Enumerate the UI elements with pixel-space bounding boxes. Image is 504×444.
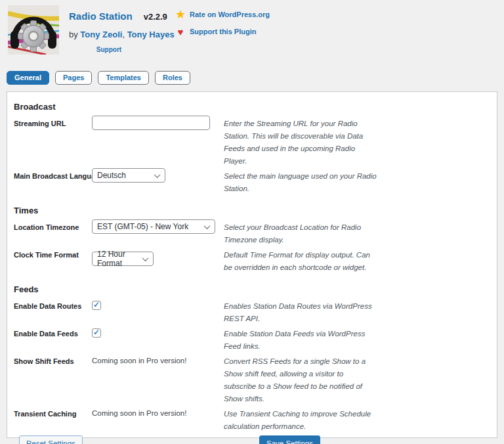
setting-row-show-shift-feeds: Show Shift Feeds Coming soon in Pro vers… (12, 355, 492, 405)
transient-caching-label: Transient Caching (14, 408, 92, 419)
section-feeds: Feeds Enable Data Routes ✓ Enables Stati… (12, 277, 492, 435)
tab-roles[interactable]: Roles (155, 71, 190, 85)
show-shift-feeds-label: Show Shift Feeds (14, 355, 92, 366)
setting-row-broadcast-language: Main Broadcast Language Deutsch Select t… (12, 170, 492, 195)
show-shift-feeds-status: Coming soon in Pro version! (92, 355, 224, 365)
header-links: ★ Rate on WordPress.org ♥ Support this P… (173, 8, 270, 42)
enable-data-feeds-checkbox[interactable]: ✓ (92, 328, 101, 338)
support-link[interactable]: Support (69, 46, 149, 53)
byline: by Tony Zeoli, Tony Hayes (69, 30, 150, 39)
clock-time-format-label: Clock Time Format (14, 249, 92, 260)
rate-link-row: ★ Rate on WordPress.org (173, 8, 270, 21)
author-separator: , (122, 30, 127, 39)
plugin-header: Radio Stationv2.2.9 by Tony Zeoli, Tony … (0, 0, 504, 66)
tab-general[interactable]: General (7, 71, 49, 85)
radio-station-logo-art (8, 5, 59, 55)
enable-data-routes-label: Enable Data Routes (14, 300, 92, 311)
author-link-tony-zeoli[interactable]: Tony Zeoli (80, 30, 122, 39)
broadcast-language-select[interactable]: Deutsch (92, 168, 165, 183)
setting-row-location-timezone: Location Timezone EST (GMT-05) - New Yor… (12, 221, 492, 246)
transient-caching-description: Use Transient Caching to improve Schedul… (224, 408, 377, 433)
enable-data-routes-checkbox[interactable]: ✓ (92, 301, 101, 310)
enable-data-feeds-label: Enable Data Feeds (14, 328, 92, 339)
section-title-times: Times (14, 206, 490, 215)
clock-time-format-description: Default Time Format for display output. … (224, 249, 377, 274)
author-link-tony-hayes[interactable]: Tony Hayes (127, 30, 175, 39)
plugin-title-link[interactable]: Radio Station (69, 11, 133, 22)
setting-row-enable-data-feeds: Enable Data Feeds ✓ Enable Station Data … (12, 328, 492, 353)
streaming-url-label: Streaming URL (14, 118, 92, 129)
setting-row-streaming-url: Streaming URL Enter the Streaming URL fo… (12, 118, 492, 167)
rate-on-wordpress-link[interactable]: Rate on WordPress.org (190, 11, 270, 18)
support-this-plugin-link[interactable]: Support this Plugin (190, 28, 256, 35)
enable-data-routes-description: Enables Station Data Routes via WordPres… (224, 300, 377, 325)
streaming-url-input[interactable] (92, 116, 210, 130)
show-shift-feeds-description: Convert RSS Feeds for a single Show to a… (224, 355, 377, 405)
chevron-down-icon (154, 171, 161, 178)
clock-time-format-value: 12 Hour Format (97, 250, 138, 268)
check-icon: ✓ (93, 328, 100, 336)
clock-time-format-select[interactable]: 12 Hour Format (92, 252, 154, 266)
chevron-down-icon (142, 255, 149, 261)
check-icon: ✓ (93, 301, 100, 309)
section-title-broadcast: Broadcast (14, 102, 490, 112)
section-broadcast: Broadcast Streaming URL Enter the Stream… (12, 100, 492, 198)
enable-data-feeds-description: Enable Station Data Feeds via WordPress … (224, 328, 377, 353)
heart-icon: ♥ (173, 27, 188, 37)
broadcast-language-value: Deutsch (97, 171, 126, 180)
support-plugin-row: ♥ Support this Plugin (173, 25, 270, 38)
tab-pages[interactable]: Pages (55, 71, 92, 85)
setting-row-enable-data-routes: Enable Data Routes ✓ Enables Station Dat… (12, 300, 492, 325)
byline-prefix: by (69, 30, 80, 39)
plugin-title-block: Radio Stationv2.2.9 by Tony Zeoli, Tony … (69, 11, 150, 53)
location-timezone-value: EST (GMT-05) - New York (97, 222, 188, 231)
tab-templates[interactable]: Templates (98, 71, 149, 85)
reset-settings-button[interactable]: Reset Settings (19, 435, 83, 444)
star-icon: ★ (173, 9, 188, 20)
broadcast-language-label: Main Broadcast Language (14, 170, 92, 181)
settings-panel: Broadcast Streaming URL Enter the Stream… (7, 91, 497, 438)
chevron-down-icon (204, 223, 211, 229)
settings-tabs: General Pages Templates Roles (7, 71, 504, 85)
location-timezone-description: Select your Broadcast Location for Radio… (224, 221, 377, 246)
location-timezone-label: Location Timezone (14, 221, 92, 233)
plugin-version: v2.2.9 (144, 12, 167, 22)
setting-row-transient-caching: Transient Caching Coming soon in Pro ver… (12, 408, 492, 433)
radio-station-logo (8, 5, 59, 55)
section-title-feeds: Feeds (14, 284, 490, 294)
transient-caching-status: Coming soon in Pro version! (92, 408, 224, 417)
section-times: Times Location Timezone EST (GMT-05) - N… (12, 198, 492, 277)
broadcast-language-description: Select the main language used on your Ra… (224, 170, 377, 195)
setting-row-clock-time-format: Clock Time Format 12 Hour Format Default… (12, 249, 492, 274)
save-settings-button[interactable]: Save Settings (259, 435, 320, 444)
streaming-url-description: Enter the Streaming URL for your Radio S… (224, 118, 377, 167)
location-timezone-select[interactable]: EST (GMT-05) - New York (92, 219, 215, 234)
